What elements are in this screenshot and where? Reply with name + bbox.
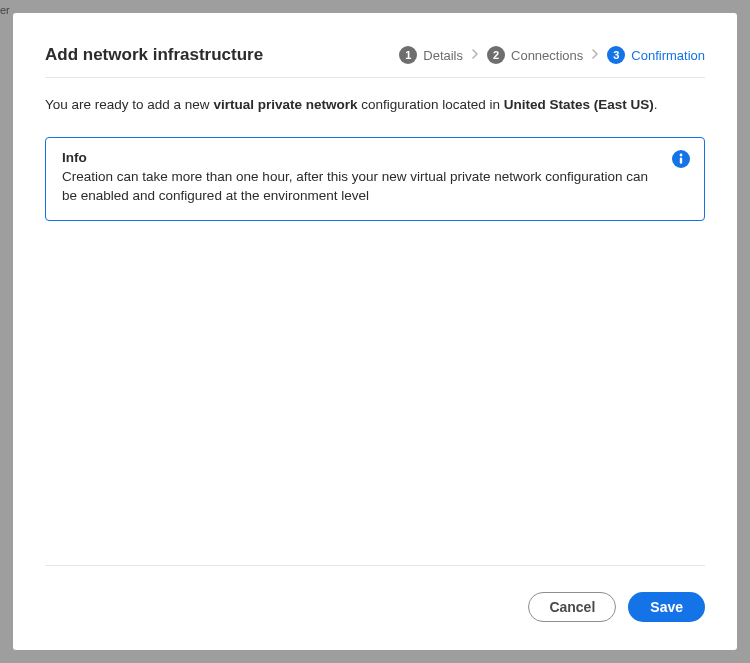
- stepper: 1 Details 2 Connections 3 Confirmation: [399, 46, 705, 64]
- add-network-modal: Add network infrastructure 1 Details 2 C…: [13, 13, 737, 650]
- info-title: Info: [62, 150, 656, 165]
- step-label: Details: [423, 48, 463, 63]
- info-body: Creation can take more than one hour, af…: [62, 167, 656, 206]
- save-button[interactable]: Save: [628, 592, 705, 622]
- cancel-button[interactable]: Cancel: [528, 592, 616, 622]
- chevron-right-icon: [591, 48, 599, 62]
- step-badge: 3: [607, 46, 625, 64]
- step-badge: 2: [487, 46, 505, 64]
- info-panel: Info Creation can take more than one hou…: [45, 137, 705, 221]
- page-title: Add network infrastructure: [45, 45, 263, 65]
- chevron-right-icon: [471, 48, 479, 62]
- step-details[interactable]: 1 Details: [399, 46, 463, 64]
- svg-point-1: [680, 153, 683, 156]
- step-confirmation[interactable]: 3 Confirmation: [607, 46, 705, 64]
- step-label: Confirmation: [631, 48, 705, 63]
- background-fragment: er: [0, 4, 10, 16]
- info-icon: [672, 150, 690, 168]
- step-connections[interactable]: 2 Connections: [487, 46, 583, 64]
- step-badge: 1: [399, 46, 417, 64]
- modal-body: You are ready to add a new virtual priva…: [45, 78, 705, 565]
- modal-footer: Cancel Save: [45, 565, 705, 622]
- confirmation-text: You are ready to add a new virtual priva…: [45, 96, 705, 115]
- step-label: Connections: [511, 48, 583, 63]
- modal-header: Add network infrastructure 1 Details 2 C…: [45, 45, 705, 78]
- svg-rect-2: [680, 157, 682, 163]
